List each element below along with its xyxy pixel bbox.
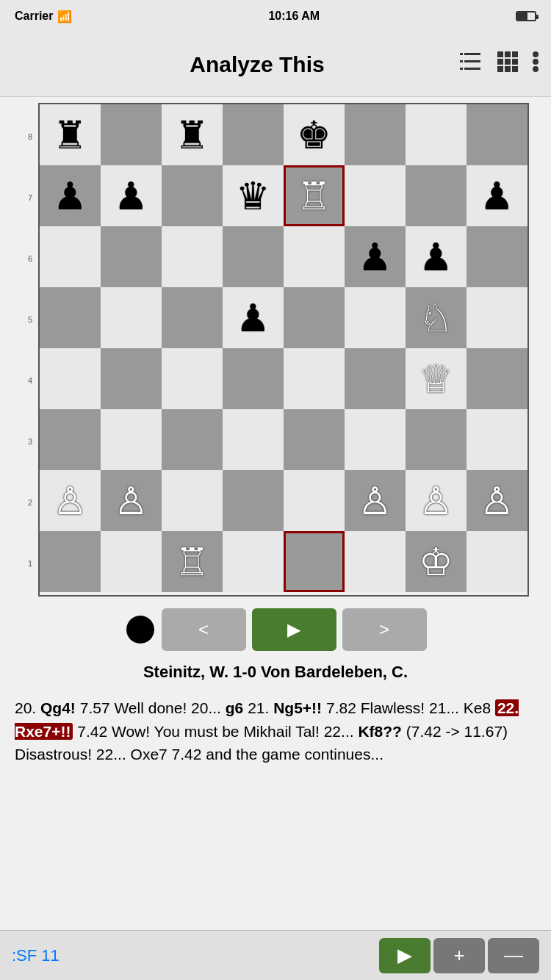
board-cell-r3-c2[interactable] xyxy=(162,287,223,348)
svg-rect-0 xyxy=(464,53,480,55)
board-cell-r6-c5[interactable]: ♙ xyxy=(345,470,406,531)
board-cell-r4-c4[interactable] xyxy=(284,348,345,409)
prev-button[interactable]: < xyxy=(162,608,246,651)
board-cell-r5-c5[interactable] xyxy=(345,409,406,470)
status-bar: Carrier 📶 10:16 AM xyxy=(0,0,551,32)
list-icon[interactable] xyxy=(458,51,483,78)
board-cell-r4-c1[interactable] xyxy=(101,348,162,409)
board-cell-r1-c2[interactable] xyxy=(162,165,223,226)
chess-board: ♜♜♚♟♟♛♖♟♟♟♟♘♕♙♙♙♙♙♖♔ xyxy=(38,103,529,597)
svg-rect-10 xyxy=(505,59,511,65)
bottom-plus-button[interactable]: + xyxy=(433,938,485,973)
svg-rect-4 xyxy=(460,60,463,62)
battery-icon xyxy=(516,11,536,21)
board-cell-r7-c2[interactable]: ♖ xyxy=(162,531,223,592)
board-cell-r7-c7[interactable] xyxy=(467,531,527,592)
board-cell-r1-c5[interactable] xyxy=(345,165,406,226)
svg-point-15 xyxy=(533,51,539,57)
more-icon[interactable] xyxy=(532,51,539,78)
board-cell-r5-c3[interactable] xyxy=(223,409,284,470)
board-cell-r3-c1[interactable] xyxy=(101,287,162,348)
board-cell-r2-c2[interactable] xyxy=(162,226,223,287)
board-cell-r0-c2[interactable]: ♜ xyxy=(162,104,223,165)
svg-point-16 xyxy=(533,59,539,65)
board-cell-r5-c1[interactable] xyxy=(101,409,162,470)
board-cell-r5-c4[interactable] xyxy=(284,409,345,470)
svg-rect-13 xyxy=(505,66,511,72)
move-controls: < ▶ > xyxy=(0,597,551,657)
board-cell-r6-c4[interactable] xyxy=(284,470,345,531)
board-cell-r2-c4[interactable] xyxy=(284,226,345,287)
board-cell-r0-c1[interactable] xyxy=(101,104,162,165)
svg-rect-12 xyxy=(497,66,503,72)
board-cell-r2-c5[interactable]: ♟ xyxy=(345,226,406,287)
board-cell-r6-c3[interactable] xyxy=(223,470,284,531)
bottom-play-button[interactable]: ▶ xyxy=(379,938,431,973)
board-cell-r4-c6[interactable]: ♕ xyxy=(406,348,467,409)
board-cell-r4-c2[interactable] xyxy=(162,348,223,409)
analysis-text: 20. Qg4! 7.57 Well done! 20... g6 21. Ng… xyxy=(0,688,551,775)
board-cell-r5-c6[interactable] xyxy=(406,409,467,470)
board-cell-r0-c4[interactable]: ♚ xyxy=(284,104,345,165)
board-cell-r1-c0[interactable]: ♟ xyxy=(40,165,101,226)
board-cell-r7-c6[interactable]: ♔ xyxy=(406,531,467,592)
svg-rect-8 xyxy=(512,51,518,57)
nav-bar: Analyze This xyxy=(0,32,551,97)
board-cell-r2-c1[interactable] xyxy=(101,226,162,287)
board-cell-r1-c6[interactable] xyxy=(406,165,467,226)
board-cell-r3-c0[interactable] xyxy=(40,287,101,348)
svg-point-17 xyxy=(533,66,539,72)
board-cell-r1-c1[interactable]: ♟ xyxy=(101,165,162,226)
board-cell-r7-c3[interactable] xyxy=(223,531,284,592)
grid-icon[interactable] xyxy=(497,51,519,78)
board-cell-r0-c5[interactable] xyxy=(345,104,406,165)
svg-rect-9 xyxy=(497,59,503,65)
board-cell-r2-c3[interactable] xyxy=(223,226,284,287)
board-cell-r6-c7[interactable]: ♙ xyxy=(467,470,527,531)
svg-rect-7 xyxy=(505,51,511,57)
board-cell-r6-c2[interactable] xyxy=(162,470,223,531)
board-cell-r5-c2[interactable] xyxy=(162,409,223,470)
svg-rect-3 xyxy=(460,53,463,55)
svg-rect-5 xyxy=(460,68,463,70)
board-cell-r1-c7[interactable]: ♟ xyxy=(467,165,527,226)
board-cell-r1-c4[interactable]: ♖ xyxy=(284,165,345,226)
board-cell-r4-c0[interactable] xyxy=(40,348,101,409)
svg-rect-14 xyxy=(512,66,518,72)
next-button[interactable]: > xyxy=(342,608,427,651)
board-cell-r2-c7[interactable] xyxy=(467,226,527,287)
board-cell-r4-c5[interactable] xyxy=(345,348,406,409)
board-cell-r0-c0[interactable]: ♜ xyxy=(40,104,101,165)
board-cell-r3-c3[interactable]: ♟ xyxy=(223,287,284,348)
board-cell-r4-c3[interactable] xyxy=(223,348,284,409)
bottom-bar: :SF 11 ▶ + — xyxy=(0,930,551,980)
board-cell-r3-c5[interactable] xyxy=(345,287,406,348)
bottom-minus-button[interactable]: — xyxy=(488,938,539,973)
board-cell-r3-c4[interactable] xyxy=(284,287,345,348)
board-cell-r6-c0[interactable]: ♙ xyxy=(40,470,101,531)
board-cell-r2-c0[interactable] xyxy=(40,226,101,287)
board-cell-r0-c7[interactable] xyxy=(467,104,527,165)
wifi-icon: 📶 xyxy=(57,10,72,24)
board-cell-r6-c6[interactable]: ♙ xyxy=(406,470,467,531)
board-cell-r3-c7[interactable] xyxy=(467,287,527,348)
sf-link[interactable]: :SF 11 xyxy=(12,946,60,965)
chess-board-container: 8 7 6 5 4 3 2 1 ♜♜♚♟♟♛♖♟♟♟♟♘♕♙♙♙♙♙♖♔ xyxy=(0,97,551,597)
board-cell-r7-c0[interactable] xyxy=(40,531,101,592)
board-cell-r0-c6[interactable] xyxy=(406,104,467,165)
board-cell-r7-c5[interactable] xyxy=(345,531,406,592)
board-cell-r0-c3[interactable] xyxy=(223,104,284,165)
board-cell-r7-c4[interactable] xyxy=(284,531,345,592)
board-cell-r1-c3[interactable]: ♛ xyxy=(223,165,284,226)
page-title: Analyze This xyxy=(56,52,458,77)
carrier-label: Carrier xyxy=(15,10,53,23)
play-button[interactable]: ▶ xyxy=(252,608,336,651)
board-cell-r4-c7[interactable] xyxy=(467,348,527,409)
time-label: 10:16 AM xyxy=(268,10,320,23)
board-cell-r2-c6[interactable]: ♟ xyxy=(406,226,467,287)
board-cell-r5-c7[interactable] xyxy=(467,409,527,470)
board-cell-r6-c1[interactable]: ♙ xyxy=(101,470,162,531)
board-cell-r5-c0[interactable] xyxy=(40,409,101,470)
board-cell-r7-c1[interactable] xyxy=(101,531,162,592)
board-cell-r3-c6[interactable]: ♘ xyxy=(406,287,467,348)
